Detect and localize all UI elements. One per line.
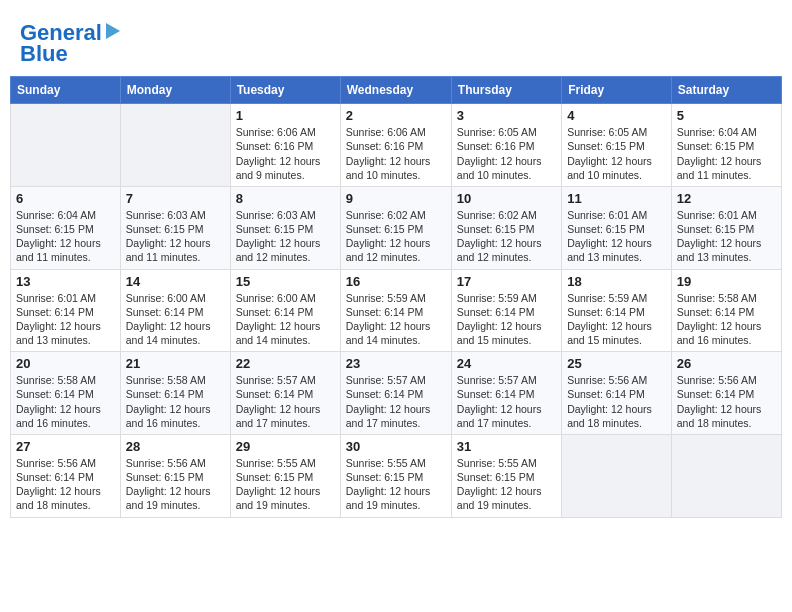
- day-number: 3: [457, 108, 556, 123]
- calendar-cell: 2Sunrise: 6:06 AM Sunset: 6:16 PM Daylig…: [340, 104, 451, 187]
- logo-blue-text: Blue: [20, 42, 68, 66]
- day-info: Sunrise: 5:59 AM Sunset: 6:14 PM Dayligh…: [567, 291, 666, 348]
- weekday-header-tuesday: Tuesday: [230, 77, 340, 104]
- calendar-cell: 10Sunrise: 6:02 AM Sunset: 6:15 PM Dayli…: [451, 186, 561, 269]
- day-number: 5: [677, 108, 776, 123]
- day-info: Sunrise: 6:04 AM Sunset: 6:15 PM Dayligh…: [677, 125, 776, 182]
- weekday-header-wednesday: Wednesday: [340, 77, 451, 104]
- calendar-cell: [562, 434, 672, 517]
- calendar-cell: 5Sunrise: 6:04 AM Sunset: 6:15 PM Daylig…: [671, 104, 781, 187]
- day-info: Sunrise: 6:01 AM Sunset: 6:15 PM Dayligh…: [567, 208, 666, 265]
- logo-arrow-icon: [102, 20, 124, 42]
- day-info: Sunrise: 5:56 AM Sunset: 6:14 PM Dayligh…: [677, 373, 776, 430]
- day-number: 21: [126, 356, 225, 371]
- day-info: Sunrise: 6:00 AM Sunset: 6:14 PM Dayligh…: [236, 291, 335, 348]
- day-info: Sunrise: 6:03 AM Sunset: 6:15 PM Dayligh…: [236, 208, 335, 265]
- day-number: 23: [346, 356, 446, 371]
- day-info: Sunrise: 5:55 AM Sunset: 6:15 PM Dayligh…: [346, 456, 446, 513]
- day-number: 6: [16, 191, 115, 206]
- calendar-week-row: 27Sunrise: 5:56 AM Sunset: 6:14 PM Dayli…: [11, 434, 782, 517]
- day-info: Sunrise: 5:57 AM Sunset: 6:14 PM Dayligh…: [346, 373, 446, 430]
- calendar-week-row: 1Sunrise: 6:06 AM Sunset: 6:16 PM Daylig…: [11, 104, 782, 187]
- day-number: 24: [457, 356, 556, 371]
- calendar-table: SundayMondayTuesdayWednesdayThursdayFrid…: [10, 76, 782, 517]
- calendar-cell: 4Sunrise: 6:05 AM Sunset: 6:15 PM Daylig…: [562, 104, 672, 187]
- day-number: 19: [677, 274, 776, 289]
- calendar-cell: [120, 104, 230, 187]
- day-number: 29: [236, 439, 335, 454]
- calendar-cell: 23Sunrise: 5:57 AM Sunset: 6:14 PM Dayli…: [340, 352, 451, 435]
- calendar-cell: 29Sunrise: 5:55 AM Sunset: 6:15 PM Dayli…: [230, 434, 340, 517]
- day-info: Sunrise: 5:55 AM Sunset: 6:15 PM Dayligh…: [457, 456, 556, 513]
- day-info: Sunrise: 5:56 AM Sunset: 6:14 PM Dayligh…: [567, 373, 666, 430]
- day-number: 16: [346, 274, 446, 289]
- day-number: 13: [16, 274, 115, 289]
- day-info: Sunrise: 6:05 AM Sunset: 6:15 PM Dayligh…: [567, 125, 666, 182]
- calendar-cell: 16Sunrise: 5:59 AM Sunset: 6:14 PM Dayli…: [340, 269, 451, 352]
- calendar-week-row: 20Sunrise: 5:58 AM Sunset: 6:14 PM Dayli…: [11, 352, 782, 435]
- calendar-cell: 3Sunrise: 6:05 AM Sunset: 6:16 PM Daylig…: [451, 104, 561, 187]
- day-number: 30: [346, 439, 446, 454]
- calendar-cell: 28Sunrise: 5:56 AM Sunset: 6:15 PM Dayli…: [120, 434, 230, 517]
- day-number: 2: [346, 108, 446, 123]
- calendar-cell: 8Sunrise: 6:03 AM Sunset: 6:15 PM Daylig…: [230, 186, 340, 269]
- weekday-header-monday: Monday: [120, 77, 230, 104]
- calendar-week-row: 13Sunrise: 6:01 AM Sunset: 6:14 PM Dayli…: [11, 269, 782, 352]
- day-number: 15: [236, 274, 335, 289]
- calendar-cell: 13Sunrise: 6:01 AM Sunset: 6:14 PM Dayli…: [11, 269, 121, 352]
- calendar-header-row: SundayMondayTuesdayWednesdayThursdayFrid…: [11, 77, 782, 104]
- calendar-cell: 21Sunrise: 5:58 AM Sunset: 6:14 PM Dayli…: [120, 352, 230, 435]
- day-number: 12: [677, 191, 776, 206]
- weekday-header-thursday: Thursday: [451, 77, 561, 104]
- weekday-header-saturday: Saturday: [671, 77, 781, 104]
- calendar-cell: [11, 104, 121, 187]
- day-number: 17: [457, 274, 556, 289]
- day-info: Sunrise: 6:02 AM Sunset: 6:15 PM Dayligh…: [346, 208, 446, 265]
- day-number: 22: [236, 356, 335, 371]
- calendar-cell: 20Sunrise: 5:58 AM Sunset: 6:14 PM Dayli…: [11, 352, 121, 435]
- day-info: Sunrise: 5:55 AM Sunset: 6:15 PM Dayligh…: [236, 456, 335, 513]
- day-info: Sunrise: 6:06 AM Sunset: 6:16 PM Dayligh…: [346, 125, 446, 182]
- day-number: 7: [126, 191, 225, 206]
- calendar-cell: 24Sunrise: 5:57 AM Sunset: 6:14 PM Dayli…: [451, 352, 561, 435]
- calendar-cell: 31Sunrise: 5:55 AM Sunset: 6:15 PM Dayli…: [451, 434, 561, 517]
- day-info: Sunrise: 5:59 AM Sunset: 6:14 PM Dayligh…: [457, 291, 556, 348]
- day-info: Sunrise: 5:56 AM Sunset: 6:14 PM Dayligh…: [16, 456, 115, 513]
- calendar-cell: 11Sunrise: 6:01 AM Sunset: 6:15 PM Dayli…: [562, 186, 672, 269]
- day-info: Sunrise: 5:58 AM Sunset: 6:14 PM Dayligh…: [16, 373, 115, 430]
- calendar-cell: 6Sunrise: 6:04 AM Sunset: 6:15 PM Daylig…: [11, 186, 121, 269]
- svg-marker-0: [106, 23, 120, 39]
- day-number: 25: [567, 356, 666, 371]
- calendar-cell: 17Sunrise: 5:59 AM Sunset: 6:14 PM Dayli…: [451, 269, 561, 352]
- calendar-cell: 19Sunrise: 5:58 AM Sunset: 6:14 PM Dayli…: [671, 269, 781, 352]
- day-number: 11: [567, 191, 666, 206]
- calendar-week-row: 6Sunrise: 6:04 AM Sunset: 6:15 PM Daylig…: [11, 186, 782, 269]
- calendar-cell: 26Sunrise: 5:56 AM Sunset: 6:14 PM Dayli…: [671, 352, 781, 435]
- day-number: 9: [346, 191, 446, 206]
- day-number: 28: [126, 439, 225, 454]
- day-number: 18: [567, 274, 666, 289]
- calendar-cell: 15Sunrise: 6:00 AM Sunset: 6:14 PM Dayli…: [230, 269, 340, 352]
- day-number: 26: [677, 356, 776, 371]
- day-info: Sunrise: 5:56 AM Sunset: 6:15 PM Dayligh…: [126, 456, 225, 513]
- day-info: Sunrise: 6:04 AM Sunset: 6:15 PM Dayligh…: [16, 208, 115, 265]
- page-header: General Blue: [10, 10, 782, 71]
- day-info: Sunrise: 6:05 AM Sunset: 6:16 PM Dayligh…: [457, 125, 556, 182]
- day-number: 14: [126, 274, 225, 289]
- day-number: 1: [236, 108, 335, 123]
- calendar-cell: 1Sunrise: 6:06 AM Sunset: 6:16 PM Daylig…: [230, 104, 340, 187]
- day-info: Sunrise: 5:57 AM Sunset: 6:14 PM Dayligh…: [236, 373, 335, 430]
- day-info: Sunrise: 6:01 AM Sunset: 6:14 PM Dayligh…: [16, 291, 115, 348]
- calendar-cell: 18Sunrise: 5:59 AM Sunset: 6:14 PM Dayli…: [562, 269, 672, 352]
- day-info: Sunrise: 5:58 AM Sunset: 6:14 PM Dayligh…: [677, 291, 776, 348]
- day-info: Sunrise: 6:06 AM Sunset: 6:16 PM Dayligh…: [236, 125, 335, 182]
- day-number: 20: [16, 356, 115, 371]
- day-number: 10: [457, 191, 556, 206]
- weekday-header-friday: Friday: [562, 77, 672, 104]
- calendar-cell: [671, 434, 781, 517]
- calendar-cell: 12Sunrise: 6:01 AM Sunset: 6:15 PM Dayli…: [671, 186, 781, 269]
- calendar-cell: 22Sunrise: 5:57 AM Sunset: 6:14 PM Dayli…: [230, 352, 340, 435]
- day-number: 4: [567, 108, 666, 123]
- day-info: Sunrise: 6:02 AM Sunset: 6:15 PM Dayligh…: [457, 208, 556, 265]
- day-info: Sunrise: 6:01 AM Sunset: 6:15 PM Dayligh…: [677, 208, 776, 265]
